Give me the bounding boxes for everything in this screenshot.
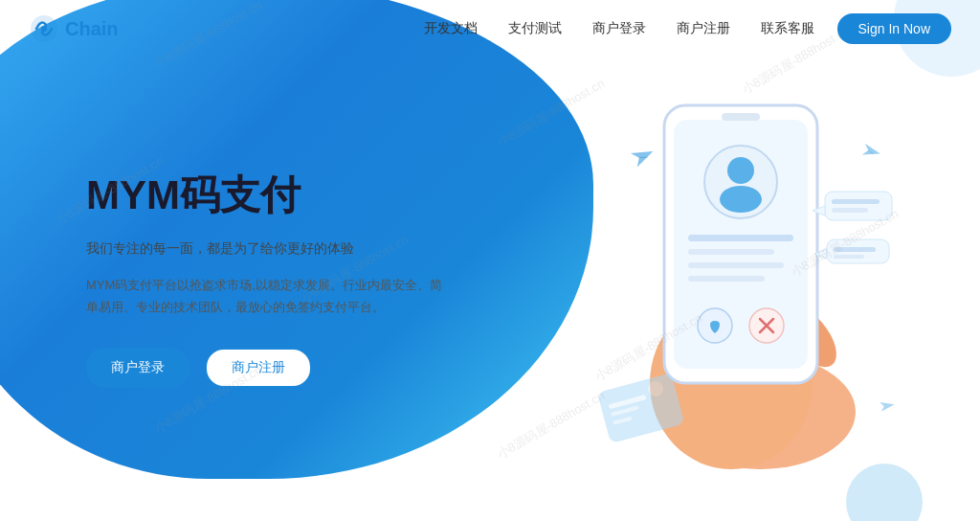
logo-icon <box>29 13 59 44</box>
svg-rect-24 <box>832 199 880 204</box>
nav-item-contact[interactable]: 联系客服 <box>761 20 814 37</box>
nav-item-dev-docs[interactable]: 开发文档 <box>424 20 478 37</box>
nav-item-payment-test[interactable]: 支付测试 <box>508 20 562 37</box>
svg-marker-35 <box>880 399 896 411</box>
hero-section: MYM码支付 我们专注的每一面，都是为了给你更好的体验 MYM码支付平台以抢盗求… <box>86 171 450 388</box>
svg-rect-29 <box>834 255 864 259</box>
svg-rect-11 <box>722 113 760 121</box>
svg-rect-23 <box>825 192 892 220</box>
phone-illustration <box>540 48 903 469</box>
logo[interactable]: Chain <box>29 13 119 44</box>
header: Chain 开发文档 支付测试 商户登录 商户注册 联系客服 Sign In N… <box>0 0 980 57</box>
svg-point-1 <box>41 26 47 32</box>
nav-item-merchant-login[interactable]: 商户登录 <box>592 20 646 37</box>
logo-text: Chain <box>65 18 119 40</box>
nav-item-merchant-register[interactable]: 商户注册 <box>677 20 730 37</box>
svg-rect-15 <box>688 235 793 241</box>
svg-rect-25 <box>832 208 868 213</box>
svg-rect-18 <box>688 276 765 282</box>
hero-subtitle: 我们专注的每一面，都是为了给你更好的体验 <box>86 238 450 259</box>
svg-rect-28 <box>834 247 876 252</box>
merchant-login-button[interactable]: 商户登录 <box>86 348 189 388</box>
hero-description: MYM码支付平台以抢盗求市场,以稳定求发展。行业内最安全、简单易用、专业的技术团… <box>86 274 450 319</box>
main-content: MYM码支付 我们专注的每一面，都是为了给你更好的体验 MYM码支付平台以抢盗求… <box>0 0 980 521</box>
hero-title: MYM码支付 <box>86 171 450 219</box>
svg-point-13 <box>727 157 754 184</box>
phone-svg <box>540 48 903 469</box>
hero-buttons: 商户登录 商户注册 <box>86 348 450 388</box>
merchant-register-button[interactable]: 商户注册 <box>205 348 312 388</box>
svg-rect-17 <box>688 262 784 268</box>
navigation: 开发文档 支付测试 商户登录 商户注册 联系客服 <box>424 20 814 37</box>
svg-marker-33 <box>862 144 881 159</box>
svg-marker-31 <box>631 145 657 168</box>
svg-point-14 <box>720 186 762 213</box>
svg-rect-16 <box>688 249 774 255</box>
signin-button[interactable]: Sign In Now <box>837 13 951 44</box>
